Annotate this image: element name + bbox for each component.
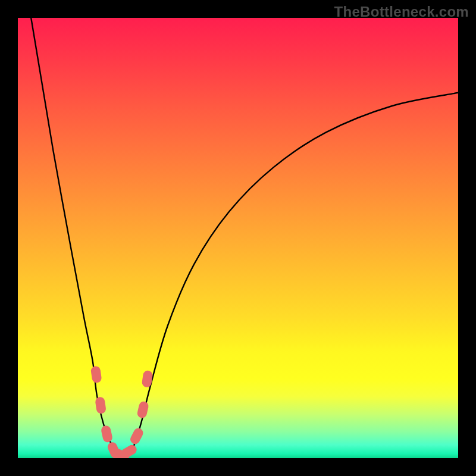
chart-frame: TheBottleneck.com bbox=[0, 0, 476, 476]
plot-area bbox=[18, 18, 458, 458]
marker-point bbox=[90, 365, 102, 383]
bottleneck-curve bbox=[31, 18, 458, 458]
marker-point bbox=[129, 427, 145, 446]
marker-point bbox=[95, 396, 107, 414]
marker-point bbox=[119, 443, 138, 458]
marker-point bbox=[142, 370, 154, 388]
marker-group bbox=[90, 365, 154, 458]
marker-point bbox=[136, 400, 149, 419]
curve-layer bbox=[18, 18, 458, 458]
marker-point bbox=[101, 425, 114, 443]
